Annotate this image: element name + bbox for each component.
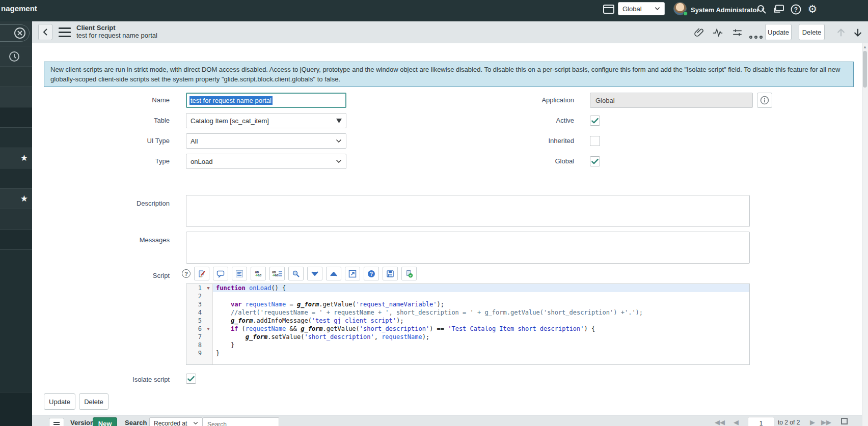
code-line[interactable]: 2 xyxy=(186,292,749,300)
list-settings-icon[interactable] xyxy=(841,418,848,424)
sidebar-item[interactable] xyxy=(0,229,32,249)
editor-toggle-comment-button[interactable] xyxy=(213,267,228,280)
inherited-checkbox[interactable] xyxy=(590,136,600,146)
code-line[interactable]: 1▼function onLoad() { xyxy=(186,284,749,292)
clear-filter-icon[interactable] xyxy=(13,26,26,42)
code-line[interactable]: 3 var requestName = g_form.getValue('req… xyxy=(186,300,749,308)
sidebar-item[interactable] xyxy=(0,107,32,127)
clock-icon xyxy=(8,50,20,63)
code-line[interactable]: 9} xyxy=(186,349,749,357)
global-checkbox[interactable] xyxy=(590,156,600,166)
editor-help-button[interactable]: ? xyxy=(364,267,379,280)
scope-value: Global xyxy=(622,5,642,13)
related-new-button[interactable]: New xyxy=(93,417,117,426)
footer-delete-button[interactable]: Delete xyxy=(79,393,108,410)
info-icon xyxy=(760,96,769,105)
editor-edit-script-button[interactable] xyxy=(194,267,209,280)
sidebar-item[interactable] xyxy=(0,209,32,229)
record-title: test for request name portal xyxy=(76,32,157,39)
update-button[interactable]: Update xyxy=(765,24,792,40)
related-list-menu-button[interactable] xyxy=(49,418,64,426)
check-icon xyxy=(186,374,196,383)
application-info-button[interactable] xyxy=(757,93,772,108)
status-dot xyxy=(683,11,688,16)
application-value: Global xyxy=(595,97,615,104)
more-options-icon[interactable] xyxy=(749,31,763,43)
delete-button[interactable]: Delete xyxy=(799,24,825,40)
messages-textarea[interactable] xyxy=(186,232,750,264)
next-page-icon[interactable]: ▶ xyxy=(810,418,815,426)
editor-open-in-new-window-button[interactable] xyxy=(345,267,360,280)
chevron-down-icon xyxy=(336,159,342,163)
list-menu-icon xyxy=(53,421,60,426)
ui-type-label: UI Type xyxy=(44,137,170,145)
code-line[interactable]: 7 g_form.setValue('short_description', r… xyxy=(186,333,749,341)
sidebar-item-history[interactable] xyxy=(0,46,32,66)
workspace-icon[interactable] xyxy=(603,3,615,15)
user-menu[interactable]: System Administrator xyxy=(691,6,760,14)
footer-update-button[interactable]: Update xyxy=(44,393,75,410)
scrollbar-thumb[interactable] xyxy=(863,51,867,88)
chat-icon[interactable] xyxy=(772,3,784,15)
script-help-icon[interactable]: ? xyxy=(182,269,191,278)
editor-replace-button[interactable]: ab➔ac xyxy=(251,267,266,280)
check-icon xyxy=(590,116,600,125)
related-search-column-select[interactable]: Recorded at xyxy=(149,417,203,426)
check-icon xyxy=(590,157,600,166)
code-line[interactable]: 4 //alert('requuestName = ' + requestNam… xyxy=(186,308,749,317)
sidebar-item[interactable] xyxy=(0,168,32,188)
editor-find-previous-button[interactable] xyxy=(326,267,341,280)
active-checkbox[interactable] xyxy=(590,116,600,126)
page-number-input[interactable] xyxy=(748,417,774,426)
scrollbar-up-icon[interactable]: ▲ xyxy=(863,45,867,49)
last-page-icon[interactable]: ▶▶ xyxy=(821,418,831,426)
isolate-script-checkbox[interactable] xyxy=(186,374,196,384)
sidebar-item-favorite[interactable]: ★ xyxy=(0,148,32,168)
editor-replace-all-button[interactable]: ab➔ac xyxy=(269,267,285,280)
previous-page-icon[interactable]: ◀ xyxy=(734,418,739,426)
script-code-editor[interactable]: 1▼function onLoad() {23 var requestName … xyxy=(186,283,750,365)
chevron-down-icon xyxy=(336,139,342,143)
ui-type-select[interactable]: All xyxy=(186,133,346,149)
activity-icon[interactable] xyxy=(711,26,724,39)
sidebar-item[interactable] xyxy=(0,87,32,107)
application-scope-select[interactable]: Global xyxy=(618,2,665,15)
editor-search-button[interactable] xyxy=(288,267,304,280)
sidebar-item[interactable] xyxy=(0,66,32,87)
related-search-input[interactable] xyxy=(203,417,279,426)
previous-record-icon[interactable] xyxy=(834,26,848,39)
sidebar-item[interactable] xyxy=(0,392,32,426)
scrollbar-track[interactable] xyxy=(862,43,868,426)
sidebar-item[interactable] xyxy=(0,249,32,392)
application-title: nagement xyxy=(1,4,37,13)
gear-icon[interactable]: ⚙ xyxy=(806,3,819,15)
first-page-icon[interactable]: ◀◀ xyxy=(715,418,725,426)
messages-label: Messages xyxy=(44,236,170,244)
navigation-sidebar: ★ ★ xyxy=(0,21,32,426)
next-record-icon[interactable] xyxy=(851,26,864,39)
code-line[interactable]: 6▼ if (requestName && g_form.getValue('s… xyxy=(186,325,749,333)
personalize-form-icon[interactable] xyxy=(730,26,744,39)
table-reference-field[interactable]: Catalog Item [sc_cat_item] xyxy=(186,113,346,128)
search-icon[interactable] xyxy=(755,3,768,15)
editor-syntax-check-button[interactable] xyxy=(401,267,417,280)
description-textarea[interactable] xyxy=(186,195,750,227)
sidebar-item-favorite[interactable]: ★ xyxy=(0,188,32,209)
type-select[interactable]: onLoad xyxy=(186,154,346,169)
star-icon: ★ xyxy=(20,153,28,163)
reference-dropdown-icon xyxy=(336,119,342,123)
help-icon[interactable]: ? xyxy=(790,3,802,15)
pagination-range: to 2 of 2 xyxy=(778,419,800,426)
name-input[interactable]: test for request name portal xyxy=(186,93,346,108)
editor-save-button[interactable] xyxy=(383,267,398,280)
form-header: Client Script test for request name port… xyxy=(32,21,868,43)
editor-format-code-button[interactable] xyxy=(232,267,247,280)
code-line[interactable]: 8 } xyxy=(186,341,749,349)
code-line[interactable]: 5 g_form.addInfoMessage('test gj client … xyxy=(186,317,749,325)
editor-find-next-button[interactable] xyxy=(307,267,322,280)
attachment-icon[interactable] xyxy=(693,26,706,39)
back-button[interactable] xyxy=(38,24,52,40)
sidebar-item[interactable] xyxy=(0,127,32,148)
form-context-menu-icon[interactable] xyxy=(59,27,71,37)
application-readonly-field: Global xyxy=(590,93,753,108)
